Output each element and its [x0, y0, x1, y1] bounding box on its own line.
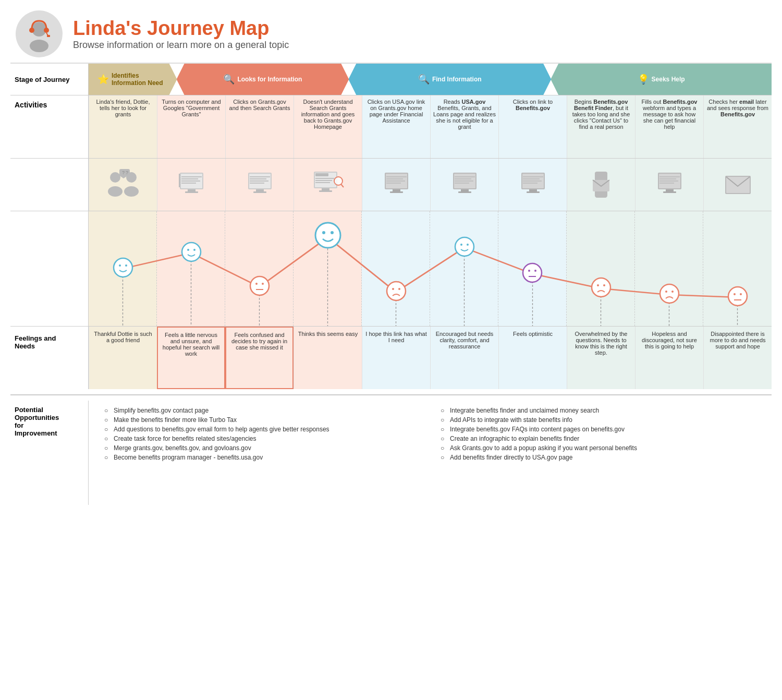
opp-right-5: Ask Grants.gov to add a popup asking if … — [441, 443, 756, 453]
emotion-face-1 — [113, 257, 133, 280]
page: Linda's Journey Map Browse information o… — [0, 0, 782, 526]
opp-right-3: Integrate benefits.gov FAQs into content… — [441, 425, 756, 434]
svg-point-102 — [398, 288, 400, 290]
svg-point-99 — [331, 231, 334, 234]
feeling-7: Feels optimistic — [498, 327, 567, 389]
feeling-4: Thinks this seems easy — [294, 327, 362, 389]
svg-point-93 — [250, 276, 269, 295]
stage-label: Stage of Journey — [10, 64, 89, 95]
svg-point-110 — [592, 278, 610, 297]
activity-3: Clicks on Grants.gov and then Search Gra… — [225, 95, 294, 158]
icon-computer-search — [294, 159, 362, 211]
icons-row: ? ? — [10, 159, 772, 211]
emotion-face-6 — [454, 236, 475, 259]
svg-point-10 — [124, 186, 139, 197]
computer-icon-3 — [382, 172, 411, 198]
phone-icon — [591, 171, 612, 199]
computer-icon-2 — [246, 172, 274, 198]
svg-rect-73 — [666, 189, 674, 191]
opportunities-label: PotentialOpportunitiesforImprovement — [10, 401, 89, 505]
feeling-2: Feels a little nervous and unsure, and h… — [157, 327, 225, 389]
search-icon-looks: 🔍 — [223, 74, 235, 85]
svg-rect-56 — [461, 189, 469, 191]
svg-rect-23 — [185, 191, 198, 193]
star-icon: ⭐ — [97, 74, 109, 85]
stage-identifies-label: IdentifiesInformation Need — [112, 72, 163, 87]
computer-icon-5 — [519, 172, 547, 198]
activity-4: Doesn't understand Search Grants informa… — [294, 95, 362, 158]
feelings-label: Feelings andNeeds — [10, 327, 89, 389]
svg-rect-74 — [663, 191, 676, 193]
svg-point-7 — [110, 172, 120, 183]
header-text: Linda's Journey Map Browse information o… — [73, 17, 289, 51]
svg-point-117 — [734, 293, 736, 295]
svg-point-89 — [125, 264, 127, 267]
svg-point-91 — [187, 249, 189, 251]
feeling-9: Hopeless and discouraged, not sure this … — [635, 327, 703, 389]
activity-1: Linda's friend, Dottie, tells her to loo… — [89, 95, 157, 158]
svg-point-97 — [315, 223, 340, 248]
svg-rect-6 — [47, 35, 50, 37]
computer-icon — [177, 172, 206, 198]
activity-10: Checks her email later and sees response… — [703, 95, 772, 158]
activity-7: Clicks on link to Benefits.gov — [498, 95, 567, 158]
emotion-face-3 — [249, 275, 270, 298]
icon-people: ? ? — [89, 159, 157, 211]
icons-label-spacer — [10, 159, 89, 211]
stage-looks-label: Looks for Information — [237, 76, 302, 83]
opp-left-2: Make the benefits finder more like Turbo… — [104, 415, 420, 425]
svg-rect-49 — [390, 191, 403, 193]
icon-computer-7 — [498, 159, 567, 211]
icon-computer-2 — [157, 159, 225, 211]
svg-point-3 — [29, 28, 34, 33]
emotion-chart-line — [89, 211, 772, 326]
svg-point-112 — [603, 284, 605, 286]
header: Linda's Journey Map Browse information o… — [10, 10, 772, 57]
svg-rect-64 — [529, 189, 537, 191]
svg-point-90 — [182, 243, 201, 261]
computer-icon-6 — [655, 172, 684, 198]
svg-point-106 — [523, 263, 542, 282]
opp-left-3: Add questions to benefits.gov email form… — [104, 425, 420, 434]
svg-point-95 — [262, 283, 264, 285]
svg-point-108 — [534, 270, 536, 272]
svg-point-87 — [114, 258, 132, 277]
activity-2: Turns on computer and Googles "Governmen… — [157, 95, 225, 158]
stage-find-label: Find Information — [432, 76, 482, 83]
feelings-row: Feelings andNeeds Thankful Dottie is suc… — [10, 327, 772, 389]
stage-seeks: 💡 Seeks Help — [551, 64, 772, 95]
opp-left-6: Become benefits program manager - benefi… — [104, 453, 420, 462]
emotion-face-7 — [522, 262, 543, 285]
opp-right-2: Add APIs to integrate with state benefit… — [441, 415, 756, 425]
svg-marker-14 — [120, 176, 127, 178]
svg-point-94 — [255, 283, 258, 285]
feeling-10: Disappointed there is more to do and nee… — [703, 327, 772, 389]
svg-rect-57 — [458, 191, 471, 193]
svg-point-98 — [322, 231, 325, 234]
avatar — [16, 10, 63, 57]
opportunities-row: PotentialOpportunitiesforImprovement Sim… — [10, 401, 772, 515]
opp-right-6: Add benefits finder directly to USA.gov … — [441, 453, 756, 462]
opportunities-right: Integrate benefits finder and unclaimed … — [441, 406, 756, 500]
opp-right-4: Create an infographic to explain benefit… — [441, 434, 756, 443]
svg-point-107 — [528, 270, 530, 272]
svg-point-2 — [30, 40, 48, 52]
svg-point-104 — [460, 244, 462, 246]
opp-left-1: Simplify benefits.gov contact page — [104, 406, 420, 415]
emotion-face-5 — [386, 281, 407, 304]
svg-point-101 — [392, 288, 394, 290]
icon-email — [703, 159, 772, 211]
icon-computer-9 — [635, 159, 703, 211]
people-icon: ? ? — [104, 168, 143, 202]
emotion-face-9 — [659, 283, 680, 306]
chart-label-spacer — [10, 211, 89, 326]
chart-row — [10, 211, 772, 326]
stage-identifies: ⭐ IdentifiesInformation Need — [89, 64, 177, 95]
svg-rect-30 — [256, 189, 264, 191]
svg-rect-65 — [527, 191, 540, 193]
svg-point-92 — [193, 249, 196, 251]
feeling-6: Encouraged but needs clarity, comfort, a… — [430, 327, 498, 389]
opp-left-4: Create task force for benefits related s… — [104, 434, 420, 443]
emotion-face-4 — [314, 222, 341, 251]
svg-point-105 — [467, 244, 469, 246]
